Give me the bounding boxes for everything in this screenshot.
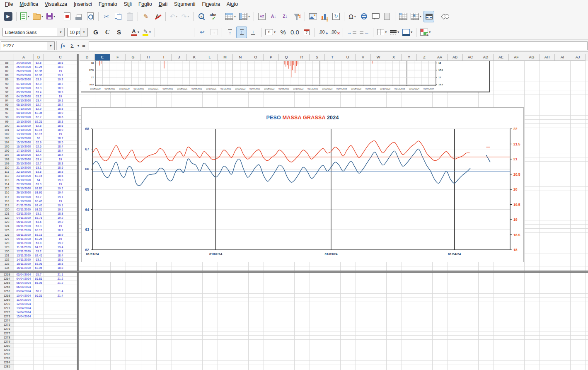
cell-B133[interactable]: 63.05 xyxy=(34,262,44,266)
cell-A103[interactable]: 14/10/2020 xyxy=(14,136,34,140)
row-header-106[interactable]: 106 xyxy=(0,149,14,153)
align-right-button[interactable] xyxy=(181,27,191,38)
row-header-120[interactable]: 120 xyxy=(0,208,14,212)
row-header-95[interactable]: 95 xyxy=(0,103,14,107)
row-header-99[interactable]: 99 xyxy=(0,120,14,124)
column-header-AJ[interactable]: AJ xyxy=(570,54,586,61)
cell-A1270[interactable]: 12/04/2024 xyxy=(14,302,34,306)
cell-A116[interactable]: 29/10/2020 xyxy=(14,191,34,195)
cell-B116[interactable]: 63.95 xyxy=(34,191,44,195)
row-header-91[interactable]: 91 xyxy=(0,86,14,90)
special-character-button[interactable]: Ω▾ xyxy=(347,11,358,22)
cell-C1270[interactable] xyxy=(44,302,77,306)
cell-A105[interactable]: 16/10/2020 xyxy=(14,145,34,149)
row-header-1283[interactable]: 1283 xyxy=(0,356,14,360)
cell-A112[interactable]: 23/10/2020 xyxy=(14,174,34,178)
cell-A1272[interactable]: 14/04/2024 xyxy=(14,310,34,314)
row-header-88[interactable]: 88 xyxy=(0,73,14,77)
cell-C104[interactable]: 18.5 xyxy=(44,140,77,145)
cell-A132[interactable]: 14/11/2020 xyxy=(14,258,34,262)
cell-B115[interactable]: 63.85 xyxy=(34,186,44,191)
cell-B90[interactable]: 62.9 xyxy=(34,82,44,86)
headers-footers-button[interactable] xyxy=(382,11,392,22)
cell-A121[interactable]: 03/11/2020 xyxy=(14,212,34,216)
cell-A1277[interactable] xyxy=(14,331,34,336)
cell-B112[interactable]: 63.15 xyxy=(34,174,44,178)
row-header-122[interactable]: 122 xyxy=(0,216,14,220)
wrap-text-button[interactable]: ↩ xyxy=(197,27,208,38)
menu-foglio[interactable]: Foglio xyxy=(135,1,155,7)
column-header-AA[interactable]: AA xyxy=(432,54,448,61)
cell-B125[interactable]: 63.15 xyxy=(34,228,44,232)
column-header-L[interactable]: L xyxy=(202,54,218,61)
column-header-T[interactable]: T xyxy=(325,54,340,61)
cell-B127[interactable]: 63.25 xyxy=(34,237,44,241)
row-header-1269[interactable]: 1269 xyxy=(0,298,14,302)
format-date-button[interactable]: 7 xyxy=(301,27,312,38)
cell-A130[interactable]: 12/11/2020 xyxy=(14,249,34,254)
row-header-1274[interactable]: 1274 xyxy=(0,319,14,323)
cell-B130[interactable]: 63.2 xyxy=(34,249,44,254)
new-document-dropdown[interactable]: ▾ xyxy=(28,15,29,18)
column-header-AE[interactable]: AE xyxy=(494,54,509,61)
cell-B1285[interactable] xyxy=(34,365,44,369)
conditional-formatting-dropdown[interactable]: ▾ xyxy=(429,30,431,34)
cell-A110[interactable]: 21/10/2020 xyxy=(14,166,34,170)
cell-B109[interactable]: 62.7 xyxy=(34,162,44,166)
cell-C128[interactable]: 19.2 xyxy=(44,241,77,245)
row-header-118[interactable]: 118 xyxy=(0,199,14,203)
cell-C116[interactable]: 19.4 xyxy=(44,191,77,195)
menu-file[interactable]: File xyxy=(2,1,16,7)
cell-B1284[interactable] xyxy=(34,360,44,365)
cell-C1275[interactable] xyxy=(44,323,77,327)
row-header-105[interactable]: 105 xyxy=(0,145,14,149)
row-header-1285[interactable]: 1285 xyxy=(0,365,14,369)
cell-B89[interactable]: 63.9 xyxy=(34,77,44,82)
row-header-125[interactable]: 125 xyxy=(0,228,14,232)
freeze-rows-columns-button[interactable] xyxy=(398,11,409,22)
cell-A1267[interactable]: 09/04/2024 xyxy=(14,289,34,293)
cell-C106[interactable]: 18.4 xyxy=(44,149,77,153)
cell-C1273[interactable] xyxy=(44,314,77,319)
history-chart-object[interactable]: 181817.517.5171716.516.501/06/202001/08/… xyxy=(81,61,490,92)
cell-B106[interactable]: 62.2 xyxy=(34,149,44,153)
cell-C121[interactable]: 18.8 xyxy=(44,212,77,216)
cell-C133[interactable]: 18.8 xyxy=(44,262,77,266)
row-header-90[interactable]: 90 xyxy=(0,82,14,86)
cell-A1271[interactable]: 13/04/2024 xyxy=(14,306,34,310)
highlighting-color-button[interactable]: ✎▾ xyxy=(141,27,152,38)
cell-C1264[interactable]: 21.2 xyxy=(44,277,77,281)
clone-formatting-button[interactable]: ✎ xyxy=(140,11,151,22)
cell-A106[interactable]: 17/10/2020 xyxy=(14,149,34,153)
cell-B1276[interactable] xyxy=(34,327,44,331)
cell-B105[interactable]: 62.6 xyxy=(34,145,44,149)
freeze-cells-dropdown[interactable]: ▾ xyxy=(420,15,421,18)
cell-B97[interactable]: 63.35 xyxy=(34,111,44,115)
cell-C1266[interactable] xyxy=(44,285,77,289)
cell-A134[interactable]: 16/11/2020 xyxy=(14,266,34,270)
column-header-P[interactable]: P xyxy=(264,54,279,61)
row-header-103[interactable]: 103 xyxy=(0,136,14,140)
font-size-dropdown[interactable]: ▾ xyxy=(80,28,87,36)
autofilter-button[interactable] xyxy=(291,11,302,22)
highlighting-color-dropdown[interactable]: ▾ xyxy=(149,30,151,34)
cut-button[interactable]: ✂ xyxy=(101,11,112,22)
cell-B98[interactable]: 62.7 xyxy=(34,115,44,119)
save-button[interactable]: ▾ xyxy=(45,11,56,22)
cell-B1264[interactable]: 65.85 xyxy=(34,277,44,281)
cell-B110[interactable]: 63.1 xyxy=(34,166,44,170)
cell-A100[interactable]: 11/10/2020 xyxy=(14,124,34,128)
cell-C114[interactable]: 19 xyxy=(44,182,77,186)
row-header-101[interactable]: 101 xyxy=(0,128,14,132)
cell-B1270[interactable] xyxy=(34,302,44,306)
cell-C89[interactable]: 19.3 xyxy=(44,77,77,82)
sort-ascending-button[interactable]: A↓ xyxy=(268,11,279,22)
background-color-button[interactable]: ▾ xyxy=(401,27,414,38)
row-header-1272[interactable]: 1272 xyxy=(0,310,14,314)
cell-A1278[interactable] xyxy=(14,336,34,340)
cell-A1284[interactable] xyxy=(14,360,34,365)
column-header-AH[interactable]: AH xyxy=(540,54,555,61)
align-center-button[interactable] xyxy=(169,27,180,38)
cell-A111[interactable]: 22/10/2020 xyxy=(14,170,34,174)
cell-C91[interactable]: 18.9 xyxy=(44,86,77,90)
